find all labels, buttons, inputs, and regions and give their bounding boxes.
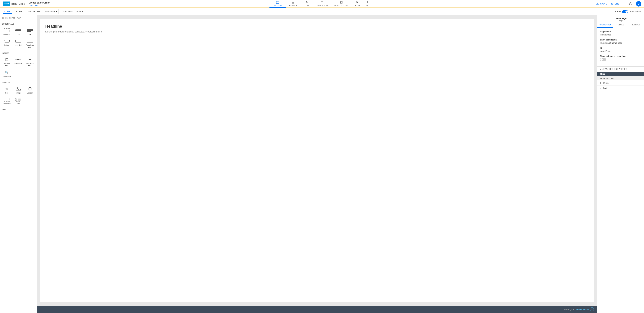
component-row[interactable]: Row <box>13 96 24 106</box>
container-label: Container <box>3 33 10 36</box>
integrations-icon <box>340 1 343 4</box>
zoom-select[interactable]: 100% ▾ <box>76 10 83 13</box>
nav-integrations[interactable]: INTEGRATIONS <box>331 0 352 8</box>
sap-logo: SAP Build Apps <box>3 2 25 6</box>
component-title[interactable]: Title <box>13 27 24 37</box>
second-toolbar: CORE BY ME INSTALLED Fullscreen ▾ Zoom l… <box>0 8 644 16</box>
canvas-headline: Headline <box>40 19 594 30</box>
nav-launch-label: LAUNCH <box>289 5 297 7</box>
tree-item-title-1[interactable]: Title 1 <box>597 80 644 86</box>
component-dropdown-field[interactable]: ── ▾ Dropdown field <box>24 38 35 50</box>
component-spinner[interactable]: Spinner <box>24 85 35 95</box>
list-section-label: LIST <box>0 107 36 112</box>
launch-icon <box>292 1 294 4</box>
title-label: Title <box>17 33 20 36</box>
fullscreen-chevron: ▾ <box>56 10 57 13</box>
canvas-content[interactable]: Headline Lorem ipsum dolor sit amet, con… <box>40 19 594 302</box>
row-label: Row <box>16 103 20 105</box>
row-icon <box>16 97 22 102</box>
nav-integrations-label: INTEGRATIONS <box>334 5 348 7</box>
build-label: Build <box>11 2 18 5</box>
tab-core[interactable]: CORE <box>3 10 12 14</box>
tab-layout[interactable]: LAYOUT <box>628 22 644 28</box>
component-container[interactable]: Container <box>1 27 12 37</box>
tree-item-text-1[interactable]: Text 1 <box>597 86 644 91</box>
nav-auth[interactable]: AUTH <box>352 0 363 8</box>
versions-button[interactable]: VERSIONS <box>596 3 607 5</box>
main-layout: MARKETPLACE ESSENTIALS Container Title <box>0 16 644 313</box>
zoom-value: 100% <box>76 10 81 13</box>
nav-help[interactable]: HELP <box>363 0 375 8</box>
component-slider-field[interactable]: Slider field <box>13 56 24 68</box>
bottom-bar: Add logic to HOME PAGE + <box>37 306 597 313</box>
inputs-section-label: INPUTS <box>0 51 36 55</box>
search-bar-icon: 🔍 <box>5 70 9 75</box>
page-name-label: Page name <box>600 31 641 33</box>
tree-item-text-1-label: Text 1 <box>603 87 608 90</box>
nav-ui-canvas[interactable]: UI CANVAS <box>270 0 286 8</box>
tab-properties[interactable]: PROPERTIES <box>597 22 613 28</box>
spinner-toggle[interactable] <box>600 58 606 61</box>
project-subtitle[interactable]: Home page <box>29 4 50 6</box>
tab-style[interactable]: STYLE <box>613 22 628 28</box>
component-button[interactable]: Button <box>1 38 12 50</box>
tree-dot-title-1 <box>600 82 601 84</box>
input-field-label: Input field <box>15 44 22 46</box>
component-password-field[interactable]: ▾ Password field <box>24 56 35 68</box>
dropdown-field-icon: ── ▾ <box>27 39 33 44</box>
svg-rect-17 <box>16 87 21 91</box>
short-desc-label: Short description <box>600 39 641 41</box>
id-label: ID <box>600 47 641 49</box>
nav-theme[interactable]: THEME <box>300 0 313 8</box>
component-input-field[interactable]: Input field <box>13 38 24 50</box>
add-logic-link[interactable]: HOME PAGE <box>576 308 589 311</box>
nav-help-label: HELP <box>366 5 371 7</box>
fullscreen-dropdown[interactable]: Fullscreen ▾ <box>44 9 59 14</box>
spinner-label: Spinner <box>27 92 32 94</box>
tab-by-me[interactable]: BY ME <box>14 10 24 14</box>
more-options-button[interactable]: ⋮ <box>622 2 625 6</box>
view-toggle-switch[interactable] <box>622 10 628 13</box>
container-icon <box>4 28 10 33</box>
variables-label: VARIABLES <box>630 10 641 13</box>
scroll-view-label: Scroll view <box>3 103 11 105</box>
component-text[interactable]: Text <box>24 27 35 37</box>
auth-icon <box>356 1 359 4</box>
project-title: Create Sales Order <box>29 1 50 4</box>
inputs-grid: ✓ Checkbox field Slider field ▾ <box>0 55 36 80</box>
notification-icon[interactable] <box>628 1 633 7</box>
nav-auth-label: AUTH <box>355 5 360 7</box>
tab-installed[interactable]: INSTALLED <box>26 10 41 14</box>
svg-rect-11 <box>340 2 342 3</box>
left-panel: MARKETPLACE ESSENTIALS Container Title <box>0 16 37 313</box>
view-toggle: VIEW VARIABLES <box>615 10 641 13</box>
svg-point-14 <box>630 3 631 4</box>
component-image[interactable]: Image <box>13 85 24 95</box>
text-icon <box>27 28 33 33</box>
advanced-properties[interactable]: ▶ ADVANCED PROPERTIES <box>597 66 644 72</box>
password-field-icon: ▾ <box>27 57 33 62</box>
add-logic-button[interactable]: + <box>590 307 594 311</box>
canvas-area: Headline Lorem ipsum dolor sit amet, con… <box>37 16 597 313</box>
slider-field-icon <box>16 57 22 62</box>
user-avatar[interactable]: U <box>636 1 641 7</box>
component-search-bar[interactable]: 🔍 Search bar <box>1 69 12 79</box>
sap-logo-box: SAP <box>3 2 10 6</box>
ui-canvas-icon <box>276 1 279 4</box>
history-button[interactable]: HISTORY <box>610 3 619 5</box>
scroll-view-icon <box>4 97 10 102</box>
navigation-icon <box>321 1 324 4</box>
marketplace-search[interactable]: MARKETPLACE <box>0 16 36 21</box>
component-checkbox-field[interactable]: ✓ Checkbox field <box>1 56 12 68</box>
marketplace-label: MARKETPLACE <box>5 17 21 20</box>
icon-label: Icon <box>5 92 8 94</box>
nav-navigation[interactable]: NAVIGATION <box>313 0 331 8</box>
component-scroll-view[interactable]: Scroll view <box>1 96 12 106</box>
nav-launch[interactable]: LAUNCH <box>286 0 300 8</box>
top-right-actions: VERSIONS HISTORY ⋮ U <box>596 1 641 7</box>
spinner-label: Show spinner on page load <box>600 55 641 57</box>
theme-icon <box>305 1 308 4</box>
component-icon[interactable]: ☆ Icon <box>1 85 12 95</box>
input-field-icon <box>16 39 22 44</box>
svg-rect-10 <box>340 1 342 3</box>
